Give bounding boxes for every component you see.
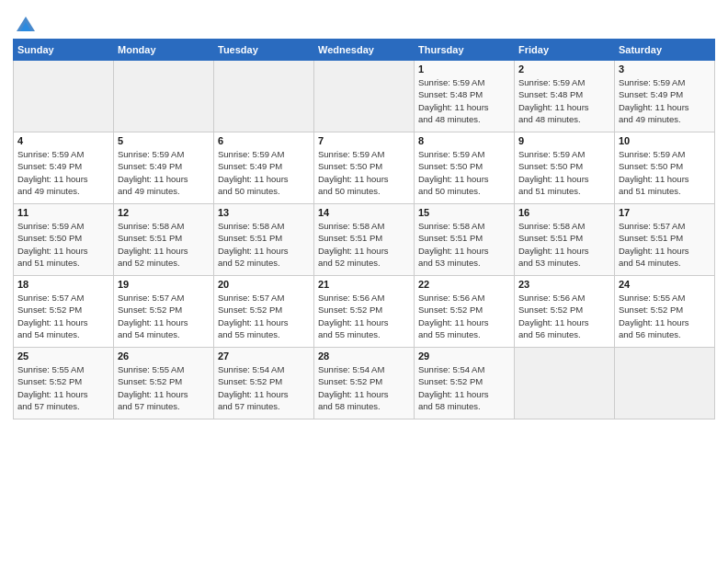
day-info: Sunrise: 5:59 AM Sunset: 5:49 PM Dayligh… [118,148,210,197]
day-cell: 12Sunrise: 5:58 AM Sunset: 5:51 PM Dayli… [114,204,214,276]
day-cell: 3Sunrise: 5:59 AM Sunset: 5:49 PM Daylig… [615,61,715,132]
day-cell: 17Sunrise: 5:57 AM Sunset: 5:51 PM Dayli… [615,204,715,276]
day-info: Sunrise: 5:57 AM Sunset: 5:52 PM Dayligh… [17,292,109,340]
day-info: Sunrise: 5:59 AM Sunset: 5:50 PM Dayligh… [17,220,109,269]
page: SundayMondayTuesdayWednesdayThursdayFrid… [0,0,728,563]
calendar-table: SundayMondayTuesdayWednesdayThursdayFrid… [13,39,715,419]
day-number: 25 [17,350,109,362]
day-cell: 18Sunrise: 5:57 AM Sunset: 5:52 PM Dayli… [14,276,114,348]
day-info: Sunrise: 5:55 AM Sunset: 5:52 PM Dayligh… [17,363,109,412]
day-cell: 1Sunrise: 5:59 AM Sunset: 5:48 PM Daylig… [415,61,515,132]
day-number: 16 [518,207,610,218]
day-cell: 14Sunrise: 5:58 AM Sunset: 5:51 PM Dayli… [314,204,415,276]
week-row-1: 1Sunrise: 5:59 AM Sunset: 5:48 PM Daylig… [14,61,715,132]
day-info: Sunrise: 5:59 AM Sunset: 5:50 PM Dayligh… [318,148,410,197]
day-info: Sunrise: 5:57 AM Sunset: 5:52 PM Dayligh… [118,292,210,340]
day-info: Sunrise: 5:58 AM Sunset: 5:51 PM Dayligh… [118,220,210,269]
day-number: 6 [218,135,310,146]
day-info: Sunrise: 5:59 AM Sunset: 5:49 PM Dayligh… [218,148,310,197]
day-info: Sunrise: 5:59 AM Sunset: 5:49 PM Dayligh… [17,148,109,197]
day-cell [615,348,715,419]
day-cell: 21Sunrise: 5:56 AM Sunset: 5:52 PM Dayli… [314,276,415,348]
day-info: Sunrise: 5:59 AM Sunset: 5:49 PM Dayligh… [619,76,711,125]
day-info: Sunrise: 5:54 AM Sunset: 5:52 PM Dayligh… [318,363,410,412]
day-number: 5 [118,135,210,146]
day-number: 11 [17,207,109,218]
header-row: SundayMondayTuesdayWednesdayThursdayFrid… [14,40,715,61]
day-cell: 4Sunrise: 5:59 AM Sunset: 5:49 PM Daylig… [14,132,114,204]
day-cell: 10Sunrise: 5:59 AM Sunset: 5:50 PM Dayli… [615,132,715,204]
day-info: Sunrise: 5:59 AM Sunset: 5:48 PM Dayligh… [418,76,510,125]
day-cell: 25Sunrise: 5:55 AM Sunset: 5:52 PM Dayli… [14,348,114,419]
day-number: 13 [218,207,310,218]
day-info: Sunrise: 5:54 AM Sunset: 5:52 PM Dayligh… [218,363,310,412]
day-cell: 27Sunrise: 5:54 AM Sunset: 5:52 PM Dayli… [214,348,314,419]
day-number: 1 [418,63,510,75]
day-cell: 9Sunrise: 5:59 AM Sunset: 5:50 PM Daylig… [515,132,615,204]
week-row-4: 18Sunrise: 5:57 AM Sunset: 5:52 PM Dayli… [14,276,715,348]
day-info: Sunrise: 5:59 AM Sunset: 5:48 PM Dayligh… [518,76,610,125]
day-number: 22 [418,279,510,290]
day-cell: 16Sunrise: 5:58 AM Sunset: 5:51 PM Dayli… [515,204,615,276]
day-info: Sunrise: 5:59 AM Sunset: 5:50 PM Dayligh… [619,148,711,197]
day-number: 27 [218,350,310,362]
day-cell: 8Sunrise: 5:59 AM Sunset: 5:50 PM Daylig… [415,132,515,204]
calendar-body: 1Sunrise: 5:59 AM Sunset: 5:48 PM Daylig… [14,61,715,419]
day-cell: 22Sunrise: 5:56 AM Sunset: 5:52 PM Dayli… [415,276,515,348]
day-number: 17 [619,207,711,218]
day-number: 7 [318,135,410,146]
day-number: 21 [318,279,410,290]
day-number: 12 [118,207,210,218]
day-info: Sunrise: 5:55 AM Sunset: 5:52 PM Dayligh… [118,363,210,412]
day-info: Sunrise: 5:58 AM Sunset: 5:51 PM Dayligh… [318,220,410,269]
header-cell-wednesday: Wednesday [314,40,415,61]
day-info: Sunrise: 5:57 AM Sunset: 5:52 PM Dayligh… [218,292,310,340]
day-cell [14,61,114,132]
day-info: Sunrise: 5:56 AM Sunset: 5:52 PM Dayligh… [318,292,410,340]
day-cell: 28Sunrise: 5:54 AM Sunset: 5:52 PM Dayli… [314,348,415,419]
week-row-3: 11Sunrise: 5:59 AM Sunset: 5:50 PM Dayli… [14,204,715,276]
day-number: 28 [318,350,410,362]
day-cell: 24Sunrise: 5:55 AM Sunset: 5:52 PM Dayli… [615,276,715,348]
day-info: Sunrise: 5:58 AM Sunset: 5:51 PM Dayligh… [418,220,510,269]
day-info: Sunrise: 5:59 AM Sunset: 5:50 PM Dayligh… [418,148,510,197]
day-cell: 13Sunrise: 5:58 AM Sunset: 5:51 PM Dayli… [214,204,314,276]
header [13,9,715,35]
day-info: Sunrise: 5:54 AM Sunset: 5:52 PM Dayligh… [418,363,510,412]
day-cell [214,61,314,132]
header-cell-sunday: Sunday [14,40,114,61]
day-number: 20 [218,279,310,290]
day-info: Sunrise: 5:58 AM Sunset: 5:51 PM Dayligh… [218,220,310,269]
day-cell: 26Sunrise: 5:55 AM Sunset: 5:52 PM Dayli… [114,348,214,419]
day-cell [114,61,214,132]
day-info: Sunrise: 5:59 AM Sunset: 5:50 PM Dayligh… [518,148,610,197]
day-number: 15 [418,207,510,218]
header-cell-tuesday: Tuesday [214,40,314,61]
day-cell: 2Sunrise: 5:59 AM Sunset: 5:48 PM Daylig… [515,61,615,132]
week-row-2: 4Sunrise: 5:59 AM Sunset: 5:49 PM Daylig… [14,132,715,204]
day-cell [515,348,615,419]
day-info: Sunrise: 5:57 AM Sunset: 5:51 PM Dayligh… [619,220,711,269]
day-info: Sunrise: 5:56 AM Sunset: 5:52 PM Dayligh… [518,292,610,340]
day-cell: 15Sunrise: 5:58 AM Sunset: 5:51 PM Dayli… [415,204,515,276]
calendar-header: SundayMondayTuesdayWednesdayThursdayFrid… [14,40,715,61]
day-number: 23 [518,279,610,290]
header-cell-friday: Friday [515,40,615,61]
day-number: 26 [118,350,210,362]
day-number: 24 [619,279,711,290]
day-number: 8 [418,135,510,146]
day-number: 29 [418,350,510,362]
header-cell-monday: Monday [114,40,214,61]
day-number: 9 [518,135,610,146]
day-cell: 5Sunrise: 5:59 AM Sunset: 5:49 PM Daylig… [114,132,214,204]
day-number: 19 [118,279,210,290]
day-cell: 6Sunrise: 5:59 AM Sunset: 5:49 PM Daylig… [214,132,314,204]
day-info: Sunrise: 5:58 AM Sunset: 5:51 PM Dayligh… [518,220,610,269]
day-number: 3 [619,63,711,75]
day-cell [314,61,415,132]
header-cell-saturday: Saturday [615,40,715,61]
day-cell: 7Sunrise: 5:59 AM Sunset: 5:50 PM Daylig… [314,132,415,204]
day-number: 18 [17,279,109,290]
day-cell: 23Sunrise: 5:56 AM Sunset: 5:52 PM Dayli… [515,276,615,348]
day-cell: 20Sunrise: 5:57 AM Sunset: 5:52 PM Dayli… [214,276,314,348]
